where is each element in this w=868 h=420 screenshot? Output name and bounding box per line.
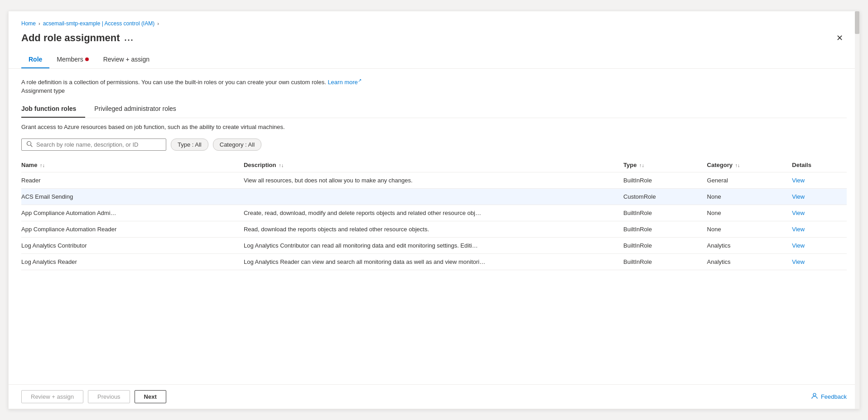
add-role-assignment-panel: Home › acsemail-smtp-example | Access co…: [8, 11, 860, 409]
cell-details-4: View: [792, 238, 847, 254]
view-link-2[interactable]: View: [792, 210, 805, 216]
panel-title-row: Add role assignment ... ✕: [21, 31, 847, 45]
description-main: A role definition is a collection of per…: [21, 79, 326, 86]
cell-desc-4: Log Analytics Contributor can read all m…: [244, 238, 623, 254]
cell-type-4: BuiltInRole: [623, 238, 707, 254]
table-row[interactable]: App Compliance Automation Reader Read, d…: [21, 221, 847, 238]
sub-tab-privileged[interactable]: Privileged administrator roles: [94, 101, 185, 118]
cell-type-3: BuiltInRole: [623, 221, 707, 238]
view-link-0[interactable]: View: [792, 177, 805, 184]
panel-header: Home › acsemail-smtp-example | Access co…: [9, 11, 859, 69]
tab-members-label: Members: [57, 56, 83, 63]
cell-category-2: None: [707, 205, 792, 221]
breadcrumb-home[interactable]: Home: [21, 20, 36, 27]
cell-details-3: View: [792, 221, 847, 238]
table-header-row: Name ↑↓ Description ↑↓ Type ↑↓ Category …: [21, 158, 847, 172]
sub-tab-job-function-label: Job function roles: [21, 105, 76, 112]
breadcrumb-resource[interactable]: acsemail-smtp-example | Access control (…: [43, 20, 155, 27]
search-input[interactable]: [36, 141, 161, 148]
panel-footer: Review + assign Previous Next Feedback: [9, 384, 859, 409]
search-box: [21, 138, 166, 151]
cell-category-1: None: [707, 189, 792, 205]
view-link-1[interactable]: View: [792, 193, 805, 200]
cell-details-5: View: [792, 254, 847, 270]
cell-name-3: App Compliance Automation Reader: [21, 221, 244, 238]
search-icon: [26, 141, 33, 148]
filters-row: Type : All Category : All: [21, 138, 847, 151]
cell-category-5: Analytics: [707, 254, 792, 270]
tab-review-label: Review + assign: [103, 56, 149, 63]
cell-type-1: CustomRole: [623, 189, 707, 205]
table-row[interactable]: Log Analytics Contributor Log Analytics …: [21, 238, 847, 254]
cell-name-2: App Compliance Automation Admi…: [21, 205, 244, 221]
cell-desc-3: Read, download the reports objects and r…: [244, 221, 623, 238]
panel-title-text: Add role assignment: [21, 32, 120, 44]
col-category-sort-icon[interactable]: ↑↓: [735, 162, 740, 168]
cell-category-0: General: [707, 172, 792, 189]
feedback-person-icon: [811, 392, 818, 401]
col-type: Type ↑↓: [623, 158, 707, 172]
table-row[interactable]: ACS Email Sending CustomRole None View: [21, 189, 847, 205]
col-type-label: Type: [623, 162, 637, 168]
external-link-icon: ↗: [358, 78, 362, 83]
roles-table: Name ↑↓ Description ↑↓ Type ↑↓ Category …: [21, 158, 847, 270]
table-row[interactable]: Reader View all resources, but does not …: [21, 172, 847, 189]
cell-name-5: Log Analytics Reader: [21, 254, 244, 270]
cell-desc-2: Create, read, download, modify and delet…: [244, 205, 623, 221]
panel-title: Add role assignment ...: [21, 32, 134, 44]
cell-name-1: ACS Email Sending: [21, 189, 244, 205]
svg-line-1: [31, 145, 33, 147]
learn-more-label: Learn more: [328, 79, 357, 86]
col-name-sort-icon[interactable]: ↑↓: [40, 162, 45, 168]
cell-details-0: View: [792, 172, 847, 189]
review-assign-button[interactable]: Review + assign: [21, 390, 83, 403]
type-filter-label: Type : All: [178, 141, 202, 148]
view-link-3[interactable]: View: [792, 226, 805, 233]
table-body: Reader View all resources, but does not …: [21, 172, 847, 270]
tab-review[interactable]: Review + assign: [96, 52, 157, 68]
sub-tab-privileged-label: Privileged administrator roles: [94, 105, 176, 112]
sub-tab-description: Grant access to Azure resources based on…: [21, 124, 847, 130]
scrollbar-thumb[interactable]: [855, 11, 859, 34]
learn-more-link[interactable]: Learn more↗: [328, 79, 361, 86]
scrollbar-track[interactable]: [855, 11, 859, 409]
cell-category-3: None: [707, 221, 792, 238]
category-filter-label: Category : All: [220, 141, 255, 148]
col-details: Details: [792, 158, 847, 172]
col-type-sort-icon[interactable]: ↑↓: [639, 162, 644, 168]
sub-tab-job-function[interactable]: Job function roles: [21, 101, 85, 118]
cell-type-0: BuiltInRole: [623, 172, 707, 189]
cell-name-0: Reader: [21, 172, 244, 189]
assignment-type-label: Assignment type: [21, 87, 847, 94]
col-category-label: Category: [707, 162, 733, 168]
view-link-4[interactable]: View: [792, 242, 805, 249]
col-description: Description ↑↓: [244, 158, 623, 172]
table-row[interactable]: App Compliance Automation Admi… Create, …: [21, 205, 847, 221]
table-row[interactable]: Log Analytics Reader Log Analytics Reade…: [21, 254, 847, 270]
cell-details-2: View: [792, 205, 847, 221]
col-details-label: Details: [792, 162, 811, 168]
panel-body: A role definition is a collection of per…: [9, 69, 859, 384]
tab-members[interactable]: Members: [49, 52, 96, 68]
cell-desc-0: View all resources, but does not allow y…: [244, 172, 623, 189]
tabs-row: Role Members Review + assign: [21, 52, 847, 68]
close-button[interactable]: ✕: [833, 31, 847, 45]
feedback-button[interactable]: Feedback: [811, 392, 847, 401]
description-text: A role definition is a collection of per…: [21, 78, 847, 86]
next-button[interactable]: Next: [135, 390, 166, 403]
breadcrumb-sep-1: ›: [39, 21, 40, 26]
members-dot: [85, 57, 89, 61]
panel-ellipsis-button[interactable]: ...: [125, 33, 134, 43]
category-filter-button[interactable]: Category : All: [213, 138, 261, 151]
previous-button[interactable]: Previous: [88, 390, 130, 403]
col-category: Category ↑↓: [707, 158, 792, 172]
tab-role[interactable]: Role: [21, 52, 49, 68]
cell-name-4: Log Analytics Contributor: [21, 238, 244, 254]
type-filter-button[interactable]: Type : All: [171, 138, 208, 151]
cell-type-2: BuiltInRole: [623, 205, 707, 221]
breadcrumb-sep-2: ›: [157, 21, 159, 26]
view-link-5[interactable]: View: [792, 258, 805, 265]
feedback-label: Feedback: [821, 393, 847, 400]
col-name-label: Name: [21, 162, 37, 168]
col-description-sort-icon[interactable]: ↑↓: [279, 162, 284, 168]
